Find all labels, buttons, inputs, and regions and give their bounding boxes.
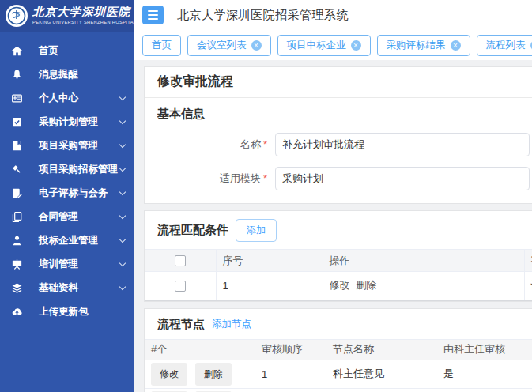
hospital-name-en: PEKING UNIVERSITY SHENZHEN HOSPITAL <box>32 20 134 24</box>
sidebar-item-label: 采购计划管理 <box>39 115 98 129</box>
layers-icon <box>10 281 23 294</box>
column-header-dept-review: 由科主任审核 <box>437 339 532 360</box>
sidebar-item-label: 电子评标与会务 <box>39 187 108 200</box>
delete-link[interactable]: 删除 <box>356 279 376 291</box>
book-icon <box>10 139 23 152</box>
tab-close-icon[interactable] <box>251 40 262 51</box>
main-area: 北京大学深圳医院招采管理系统 首页 会议室列表 项目中标企业 采购评标结果 流程… <box>134 0 532 392</box>
table-header-row: 序号 操作 字 <box>145 250 532 272</box>
sidebar-item-label: 合同管理 <box>39 210 78 224</box>
dept-review-cell: 是 <box>437 360 532 388</box>
hospital-emblem-icon <box>6 5 28 27</box>
sidebar-item-personal-center[interactable]: 个人中心 <box>0 86 134 110</box>
hospital-name: 北京大学深圳医院 PEKING UNIVERSITY SHENZHEN HOSP… <box>32 6 134 24</box>
column-header-index: #个 <box>145 339 255 360</box>
sidebar-item-messages[interactable]: 消息提醒 <box>0 62 134 86</box>
order-cell: 2 <box>255 388 326 392</box>
hospital-name-cn: 北京大学深圳医院 <box>32 6 134 19</box>
sidebar-item-project-bidding[interactable]: 项目采购招标管理 <box>0 157 134 181</box>
sidebar: 北京大学深圳医院 PEKING UNIVERSITY SHENZHEN HOSP… <box>0 0 134 392</box>
hospital-logo: 北京大学深圳医院 PEKING UNIVERSITY SHENZHEN HOSP… <box>0 0 134 32</box>
sidebar-item-basic-data[interactable]: 基础资料 <box>0 276 134 300</box>
sidebar-menu: 首页 消息提醒 个人中心 采购计划管理 <box>0 32 134 323</box>
process-nodes-card: 流程节点 添加节点 #个 审核顺序 节点名称 由科主任审核 <box>144 308 532 392</box>
chevron-down-icon <box>119 94 126 100</box>
tab-close-icon[interactable] <box>451 40 461 51</box>
sidebar-item-home[interactable]: 首页 <box>0 39 134 62</box>
table-row: 修改 删除 2 采购员意见 否 <box>145 388 532 392</box>
app-window: 北京大学深圳医院 PEKING UNIVERSITY SHENZHEN HOSP… <box>0 0 532 392</box>
add-condition-button[interactable]: 添加 <box>236 219 277 242</box>
process-nodes-table: #个 审核顺序 节点名称 由科主任审核 修改 删除 1 <box>145 339 532 392</box>
tab-home[interactable]: 首页 <box>142 35 181 56</box>
id-card-icon <box>10 92 23 104</box>
tab-label: 首页 <box>152 39 172 52</box>
tab-evaluation-results[interactable]: 采购评标结果 <box>377 35 470 56</box>
chevron-down-icon <box>119 189 126 195</box>
tab-close-icon[interactable] <box>351 40 361 51</box>
name-field-label: 名称* <box>145 138 267 152</box>
menu-toggle-button[interactable] <box>142 6 164 24</box>
chevron-down-icon <box>119 236 126 243</box>
select-all-checkbox[interactable] <box>175 255 186 266</box>
sidebar-item-project-procurement[interactable]: 项目采购管理 <box>0 134 134 157</box>
table-header-row: #个 审核顺序 节点名称 由科主任审核 <box>145 339 532 360</box>
actions-cell: 修改 删除 <box>323 272 524 300</box>
chevron-down-icon <box>119 141 126 148</box>
match-conditions-table: 序号 操作 字 1 修改 删除 计 <box>145 249 532 301</box>
delete-button[interactable]: 删除 <box>195 363 232 386</box>
sidebar-item-label: 基础资料 <box>39 281 78 295</box>
modify-button[interactable]: 修改 <box>151 363 187 386</box>
page-content: 修改审批流程 基本信息 名称* 适用模块* 流程匹配条件 添加 <box>134 60 532 392</box>
module-field-label: 适用模块* <box>145 172 267 186</box>
tab-label: 采购评标结果 <box>387 39 446 52</box>
user-icon <box>10 234 23 247</box>
clipboard-check-icon <box>10 115 23 128</box>
required-mark: * <box>263 172 267 184</box>
sidebar-item-contract[interactable]: 合同管理 <box>0 205 134 228</box>
table-row: 修改 删除 1 科主任意见 是 <box>145 360 532 388</box>
basic-info-section-title: 基本信息 <box>145 98 532 126</box>
module-field[interactable] <box>275 167 530 190</box>
tab-label: 项目中标企业 <box>287 39 346 52</box>
tab-meeting-room-list[interactable]: 会议室列表 <box>187 35 271 56</box>
name-field[interactable] <box>275 133 530 156</box>
tab-process-list[interactable]: 流程列表 <box>477 35 532 56</box>
add-node-link[interactable]: 添加节点 <box>212 318 251 331</box>
process-nodes-title: 流程节点 <box>157 317 205 332</box>
row-checkbox[interactable] <box>175 281 186 292</box>
sidebar-item-training[interactable]: 培训管理 <box>0 252 134 276</box>
match-conditions-header: 流程匹配条件 添加 <box>145 211 532 249</box>
sidebar-item-bidder-management[interactable]: 投标企业管理 <box>0 228 134 252</box>
tab-label: 会议室列表 <box>197 39 247 52</box>
presentation-icon <box>10 258 23 270</box>
form-row-module: 适用模块* <box>145 167 532 190</box>
tab-label: 流程列表 <box>486 39 526 52</box>
sidebar-item-label: 项目采购管理 <box>39 139 98 153</box>
sidebar-item-label: 投标企业管理 <box>39 234 98 247</box>
page-title: 修改审批流程 <box>145 67 532 98</box>
column-header-node-name: 节点名称 <box>326 339 437 360</box>
cloud-upload-icon <box>10 305 23 318</box>
node-actions-cell: 修改 删除 <box>145 388 255 392</box>
chevron-down-icon <box>119 284 126 290</box>
column-header-order: 审核顺序 <box>255 339 326 360</box>
sidebar-item-e-evaluation[interactable]: 电子评标与会务 <box>0 181 134 205</box>
gavel-icon <box>10 163 23 175</box>
contract-icon <box>10 210 23 223</box>
dept-review-cell: 否 <box>437 388 532 392</box>
column-header-actions: 操作 <box>323 250 524 272</box>
modify-link[interactable]: 修改 <box>330 279 350 291</box>
column-header-clipped: 字 <box>524 250 532 272</box>
basic-info-card: 修改审批流程 基本信息 名称* 适用模块* <box>144 66 532 204</box>
process-nodes-header: 流程节点 添加节点 <box>145 309 532 339</box>
form-row-name: 名称* <box>145 133 532 156</box>
sidebar-item-procurement-plan[interactable]: 采购计划管理 <box>0 110 134 134</box>
top-header: 北京大学深圳医院招采管理系统 <box>134 0 532 30</box>
open-tabs-bar: 首页 会议室列表 项目中标企业 采购评标结果 流程列表 流程 <box>134 30 532 60</box>
sidebar-item-upload-package[interactable]: 上传更新包 <box>0 300 134 323</box>
tab-winning-bidders[interactable]: 项目中标企业 <box>277 35 371 56</box>
doc-edit-icon <box>10 187 23 199</box>
chevron-down-icon <box>119 118 126 124</box>
sidebar-item-label: 项目采购招标管理 <box>39 163 118 176</box>
